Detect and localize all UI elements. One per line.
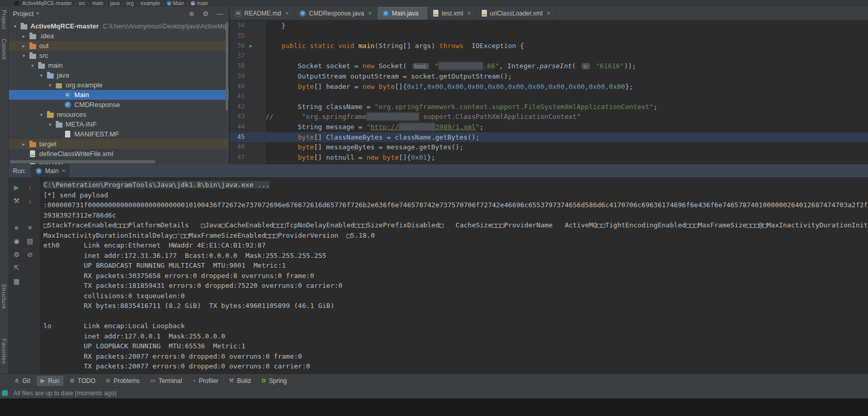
tree-item-manifest[interactable]: MANIFEST.MF [9,129,229,139]
soft-wrap-icon[interactable]: ≡ [25,223,35,232]
breadcrumb-item-example[interactable]: example [140,1,160,6]
tree-item-target[interactable]: ▸ target [9,139,229,149]
tab-main-java[interactable]: Main.java [377,7,428,20]
stripe-button-project[interactable]: Project [1,10,7,29]
down-stack-trace-icon[interactable]: ↓ [25,196,35,205]
close-icon[interactable]: × [467,10,471,17]
statusbar-profiler[interactable]: ◔ Profiler [188,376,223,386]
tree-item-main-class[interactable]: Main [9,90,229,100]
tab-urlclassloader-xml[interactable]: urlClassLoader.xml × [477,7,556,20]
tree-item-meta-inf[interactable]: ▾ META-INF [9,119,229,129]
console-line: UP BROADCAST RUNNING MULTICAST MTU:9001 … [43,260,868,271]
statusbar-git[interactable]: ⋔ Git [10,376,35,386]
stripe-button-favorites[interactable]: Favorites [1,338,7,364]
close-icon[interactable]: × [285,10,289,17]
chevron-right-icon[interactable]: ▸ [20,142,28,147]
statusbar-build[interactable]: ⚒ Build [225,376,255,386]
statusbar-spring[interactable]: ✿ Spring [257,376,291,386]
tree-item-resources[interactable]: ▾ resources [9,110,229,119]
class-icon [299,10,306,17]
chevron-right-icon[interactable]: ▸ [20,43,28,49]
tree-item-main-dir[interactable]: ▾ main [9,60,229,70]
tab-label: CMDResponse.java [309,10,364,17]
tree-item-src[interactable]: ▾ src [9,51,229,60]
tree-item-cmdresponse[interactable]: CMDResponse [9,100,229,110]
tree-item-out[interactable]: ▸ out [9,41,229,51]
run-tab-main[interactable]: Main × [31,164,70,177]
statusbar-todo[interactable]: ≣ TODO [66,376,100,386]
class-icon [383,10,389,17]
horizontal-scrollbar[interactable] [10,160,155,163]
close-icon[interactable]: × [368,10,372,17]
tool-window-stripe: Project Commit Structure Favorites [0,7,9,374]
print-icon[interactable]: ▤ [25,236,35,245]
statusbar-problems[interactable]: ⊘ Problems [102,376,144,386]
dump-threads-icon[interactable]: ◉ [12,236,21,245]
code-line: 38 Socket socket = new Socket( host: "██… [230,61,868,71]
tree-item-label: defineClassWriteFile.xml [39,150,113,158]
breadcrumb-item-main-method[interactable]: main [197,1,208,6]
close-icon[interactable]: × [61,167,65,175]
console-line: TX packets:20077 errors:0 dropped:0 over… [43,361,868,372]
chevron-down-icon[interactable]: ▾ [37,73,45,78]
project-panel-title[interactable]: Project [13,10,34,18]
settings-wrench-icon[interactable]: ⚒ [12,196,21,205]
tree-item-label: META-INF [66,120,97,128]
stop-button[interactable]: ■ [12,223,21,232]
restore-layout-icon[interactable]: ⇱ [12,263,21,272]
tree-item-label: MANIFEST.MF [74,130,119,138]
locate-file-icon[interactable]: ⊕ [188,10,194,18]
breadcrumb-item-project[interactable]: ActiveMqRCE-master [22,1,72,6]
tree-item-label: java [57,71,69,79]
layout-grid-icon[interactable]: ▦ [12,276,21,286]
console-output[interactable]: C:\Penetration\ProgramTools\Java\jdk1.8\… [40,177,868,374]
up-stack-trace-icon[interactable]: ↑ [25,182,35,192]
hide-panel-icon[interactable]: — [217,10,224,18]
tree-item-idea[interactable]: ▸ .idea [9,31,229,41]
gear-icon[interactable]: ⚙ [202,10,209,18]
chevron-down-icon[interactable]: ▾ [46,122,54,127]
tree-item-org-example[interactable]: ▾ org.example [9,80,229,90]
tab-test-xml[interactable]: test.xml × [428,7,476,20]
run-line-icon[interactable]: ▶ [249,41,252,51]
stripe-button-commit[interactable]: Commit [1,39,7,60]
breadcrumb-item-src[interactable]: src [78,1,85,6]
run-tab-label: Main [45,167,58,175]
tab-readme-md[interactable]: README.md × [230,7,294,20]
vertical-scrollbar[interactable] [226,22,228,111]
tree-item-defineclasswritefile[interactable]: defineClassWriteFile.xml [9,149,229,159]
chevron-right-icon[interactable]: ▸ [20,34,28,39]
code-line: 47 byte[] notnull = new byte[]{0x01}; [230,152,868,163]
breadcrumb-separator-icon: › [186,1,188,6]
chevron-down-icon[interactable]: ▾ [28,63,37,68]
breadcrumb-item-org[interactable]: org [127,1,134,6]
code-line: 41 [230,91,868,102]
stripe-button-structure[interactable]: Structure [1,284,7,309]
chevron-down-icon[interactable]: ▾ [11,24,19,29]
clear-console-icon[interactable]: ⊘ [25,250,35,259]
chevron-down-icon[interactable]: ▾ [46,83,54,88]
tree-item-project-root[interactable]: ▾ ActiveMqRCE-master C:\Users\Anonymous\… [9,21,229,31]
chevron-down-icon[interactable]: ▾ [37,112,45,117]
tree-item-label: main [48,61,62,69]
tab-cmdresponse-java[interactable]: CMDResponse.java × [294,7,377,20]
statusbar-terminal[interactable]: ▭ Terminal [146,376,186,386]
close-icon[interactable]: × [547,10,550,17]
breadcrumb-separator-icon: › [88,1,89,6]
run-tool-window: Run: Main × ▶ ⚒ ■ ◉ ⚙ ⇱ ▦ ↑ ↓ ≡ ▤ ⊘ C:\P… [9,164,868,374]
chevron-down-icon[interactable]: ▾ [36,11,39,16]
markdown-file-icon [235,10,241,17]
statusbar-run[interactable]: ▶ Run [37,376,64,386]
chevron-down-icon[interactable]: ▾ [20,53,28,58]
breadcrumb-item-main-dir[interactable]: main [92,1,103,6]
tree-item-java[interactable]: ▾ java [9,70,229,80]
breadcrumb-separator-icon: › [163,1,164,6]
rerun-button[interactable]: ▶ [12,182,21,192]
breadcrumb-item-main-class[interactable]: Main [173,1,184,6]
spring-leaf-icon: ✿ [261,377,266,384]
build-gear-icon[interactable]: ⚙ [12,250,21,259]
breadcrumb-item-java[interactable]: java [110,1,119,6]
profiler-clock-icon: ◔ [192,378,196,384]
code-editor[interactable]: 34 } 35 36▶ public static void main(Stri… [230,21,868,164]
tree-item-label: .idea [39,32,54,40]
